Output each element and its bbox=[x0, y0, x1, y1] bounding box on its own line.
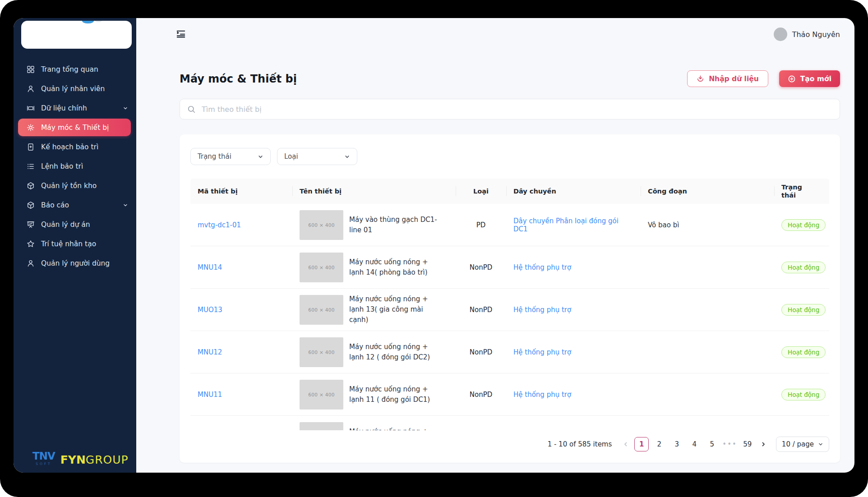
user-name: Thảo Nguyên bbox=[792, 30, 840, 39]
sidebar-item-maintenance-orders[interactable]: Lệnh bảo trì bbox=[14, 156, 136, 176]
sidebar-item-inventory[interactable]: Quản lý tồn kho bbox=[14, 176, 136, 195]
page-header: Máy móc & Thiết bị Nhập dữ liệu Tạo mới bbox=[180, 70, 840, 87]
table-row: 600 × 400 Máy nước uống nóng + lạnh Hoạt… bbox=[190, 416, 829, 430]
search-input[interactable] bbox=[201, 105, 832, 114]
line-link[interactable]: Hệ thống phụ trợ bbox=[513, 348, 571, 356]
sidebar-item-dashboard[interactable]: Trang tổng quan bbox=[14, 60, 136, 79]
list-icon bbox=[26, 162, 35, 170]
status-filter-select[interactable]: Trạng thái bbox=[190, 148, 271, 165]
next-page-button[interactable] bbox=[758, 437, 769, 451]
logo-mark2-icon bbox=[94, 21, 102, 22]
footer-brand: TNV SOFT FYN GROUP bbox=[32, 451, 129, 466]
sidebar-item-ai[interactable]: Trí tuệ nhân tạo bbox=[14, 234, 136, 253]
device-image-placeholder: 600 × 400 bbox=[300, 337, 343, 367]
line-link[interactable]: Hệ thống phụ trợ bbox=[513, 263, 571, 272]
device-image-placeholder: 600 × 400 bbox=[300, 253, 343, 282]
page-number[interactable]: 5 bbox=[705, 437, 719, 451]
cube-icon bbox=[26, 181, 35, 190]
table-row: MNU11 600 × 400 Máy nước uống nóng + lạn… bbox=[190, 373, 829, 416]
page-size-select[interactable]: 10 / page bbox=[776, 437, 829, 452]
company-logo[interactable] bbox=[21, 21, 132, 49]
create-new-button[interactable]: Tạo mới bbox=[779, 70, 840, 87]
sidebar-item-projects[interactable]: Quản lý dự án bbox=[14, 215, 136, 234]
table-row: MNU14 600 × 400 Máy nước uống nóng + lạn… bbox=[190, 246, 829, 289]
sidebar-item-label: Báo cáo bbox=[41, 201, 69, 209]
download-icon bbox=[697, 75, 704, 83]
sidebar-item-reports[interactable]: Báo cáo bbox=[14, 195, 136, 215]
table-body: mvtg-dc1-01 600 × 400 Máy vào thùng gạch… bbox=[190, 204, 829, 430]
device-image-placeholder: 600 × 400 bbox=[300, 380, 343, 410]
column-header-name: Tên thiết bị bbox=[292, 179, 456, 204]
gear-icon bbox=[26, 123, 35, 132]
menu-unfold-icon[interactable] bbox=[176, 29, 186, 39]
device-name: Máy nước uống nóng + lạnh 12 ( đóng gói … bbox=[349, 342, 442, 363]
sidebar-item-label: Quản lý người dùng bbox=[41, 259, 110, 267]
chevron-down-icon bbox=[123, 202, 128, 208]
sidebar-item-label: Quản lý nhân viên bbox=[41, 85, 105, 93]
pagination-ellipsis[interactable]: ••• bbox=[722, 440, 737, 448]
user-icon bbox=[26, 259, 35, 267]
page-number[interactable]: 3 bbox=[669, 437, 684, 451]
status-badge: Hoạt động bbox=[781, 262, 826, 273]
page-number[interactable]: 59 bbox=[740, 437, 755, 451]
page-number[interactable]: 4 bbox=[687, 437, 702, 451]
device-stage: Vô bao bì bbox=[641, 221, 774, 229]
sidebar-item-label: Trí tuệ nhân tạo bbox=[41, 240, 96, 248]
table-row: MNU12 600 × 400 Máy nước uống nóng + lạn… bbox=[190, 331, 829, 373]
device-name: Máy nước uống nóng + lạnh bbox=[349, 427, 442, 431]
chevron-down-icon bbox=[344, 154, 350, 160]
sidebar-item-label: Dữ liệu chính bbox=[41, 104, 87, 112]
table-header: Mã thiết bị Tên thiết bị Loại Dây chuyền… bbox=[190, 179, 829, 204]
device-code-link[interactable]: MNU14 bbox=[198, 263, 222, 272]
table-row: MUO13 600 × 400 Máy nước uống nóng + lạn… bbox=[190, 289, 829, 331]
column-header-status: Trạng thái bbox=[774, 179, 829, 204]
prev-page-button[interactable] bbox=[620, 437, 631, 451]
device-type: NonPD bbox=[456, 391, 506, 399]
filters: Trạng thái Loại bbox=[190, 148, 829, 165]
device-code-link[interactable]: MUO13 bbox=[198, 306, 222, 314]
column-header-code: Mã thiết bị bbox=[190, 179, 292, 204]
sidebar-item-label: Kế hoạch bảo trì bbox=[41, 143, 98, 151]
column-header-type: Loại bbox=[456, 179, 506, 204]
device-type: NonPD bbox=[456, 348, 506, 356]
search-icon bbox=[187, 105, 196, 114]
document-plus-icon bbox=[26, 143, 35, 151]
search-bar bbox=[180, 99, 840, 120]
sidebar-item-maintenance-plan[interactable]: Kế hoạch bảo trì bbox=[14, 137, 136, 156]
device-name: Máy nước uống nóng + lạnh 14( phòng bảo … bbox=[349, 257, 442, 278]
device-code-link[interactable]: MNU12 bbox=[198, 348, 222, 356]
user-menu[interactable]: Thảo Nguyên bbox=[774, 28, 840, 41]
status-badge: Hoạt động bbox=[781, 304, 826, 316]
page-title: Máy móc & Thiết bị bbox=[180, 73, 297, 85]
device-image-placeholder: 600 × 400 bbox=[300, 422, 343, 431]
grid-icon bbox=[26, 65, 35, 74]
status-badge: Hoạt động bbox=[781, 219, 826, 231]
fyn-group-logo: FYN GROUP bbox=[60, 454, 129, 465]
line-link[interactable]: Hệ thống phụ trợ bbox=[513, 391, 571, 399]
line-link[interactable]: Dây chuyền Phân loại đóng gói DC1 bbox=[513, 217, 619, 233]
user-icon bbox=[26, 84, 35, 93]
type-filter-select[interactable]: Loại bbox=[277, 148, 357, 165]
device-image-placeholder: 600 × 400 bbox=[300, 295, 343, 325]
page-number[interactable]: 1 bbox=[634, 437, 649, 451]
device-code-link[interactable]: mvtg-dc1-01 bbox=[198, 221, 241, 229]
sidebar-item-master-data[interactable]: Dữ liệu chính bbox=[14, 98, 136, 118]
master-data-icon bbox=[26, 104, 35, 112]
tnv-soft-logo: TNV SOFT bbox=[32, 451, 55, 466]
import-data-button[interactable]: Nhập dữ liệu bbox=[687, 70, 768, 87]
app-window: Trang tổng quan Quản lý nhân viên Dữ liệ… bbox=[14, 18, 854, 473]
sidebar-item-label: Trang tổng quan bbox=[41, 65, 98, 74]
sidebar-item-label: Máy móc & Thiết bị bbox=[41, 124, 109, 132]
device-name: Máy nước uống nóng + lạnh 11 ( đóng gói … bbox=[349, 384, 442, 405]
line-link[interactable]: Hệ thống phụ trợ bbox=[513, 306, 571, 314]
device-name: Máy nước uống nóng + lạnh 13( gia công m… bbox=[349, 294, 442, 326]
device-code-link[interactable]: MNU11 bbox=[198, 391, 222, 399]
page-number[interactable]: 2 bbox=[652, 437, 666, 451]
sidebar-item-employees[interactable]: Quản lý nhân viên bbox=[14, 79, 136, 98]
pagination-summary: 1 - 10 of 585 items bbox=[548, 440, 612, 448]
sidebar-item-machines[interactable]: Máy móc & Thiết bị bbox=[18, 119, 131, 136]
sidebar-item-users[interactable]: Quản lý người dùng bbox=[14, 253, 136, 273]
device-name: Máy vào thùng gạch DC1-line 01 bbox=[349, 215, 442, 236]
device-type: PD bbox=[456, 221, 506, 229]
column-header-stage: Công đoạn bbox=[641, 179, 774, 204]
